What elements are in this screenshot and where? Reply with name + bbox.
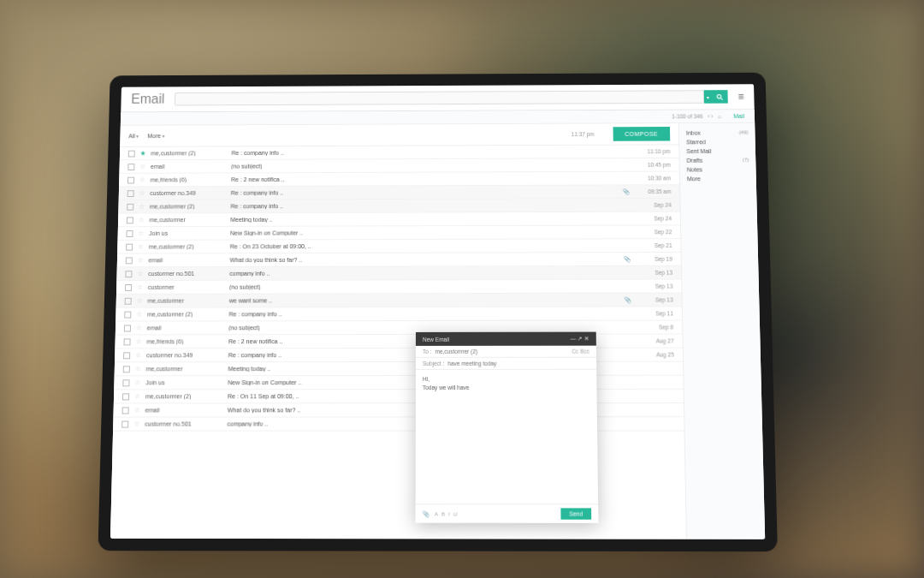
format-toolbar[interactable]: ABIU (435, 511, 457, 516)
checkbox[interactable] (123, 366, 130, 372)
checkbox[interactable] (123, 338, 130, 345)
checkbox[interactable] (127, 230, 133, 237)
star-icon[interactable]: ☆ (137, 283, 143, 291)
attach-icon[interactable]: 📎 (423, 510, 429, 517)
cc-bcc-toggle[interactable]: Cc Bcc (572, 349, 589, 355)
compose-header[interactable]: New Email — ↗ ✕ (416, 332, 596, 346)
checkbox[interactable] (126, 243, 133, 250)
sender: custormer (148, 284, 224, 290)
pagination-search-icon[interactable]: ⌕ (718, 113, 721, 119)
star-icon[interactable]: ☆ (134, 392, 140, 400)
subject: we want some .. (229, 297, 619, 304)
email-row[interactable]: ☆Join usNew Sign-in on Computer .. (114, 376, 683, 390)
compose-window-controls[interactable]: — ↗ ✕ (570, 336, 589, 343)
star-icon[interactable]: ☆ (139, 176, 145, 184)
email-row[interactable]: ☆custormer(no subject)Sep 13 (116, 280, 682, 295)
email-row[interactable]: ☆me,custormer (2)Re : On 23 October at 0… (117, 239, 680, 253)
pagination-nav[interactable]: ‹ › (708, 113, 713, 119)
send-button[interactable]: Send (560, 508, 591, 519)
star-icon[interactable]: ☆ (133, 420, 139, 428)
checkbox[interactable] (127, 176, 134, 183)
checkbox[interactable] (126, 257, 133, 264)
date: Sep 11 (637, 310, 673, 316)
star-icon[interactable]: ☆ (138, 256, 144, 264)
date: Sep 21 (636, 242, 672, 248)
checkbox[interactable] (125, 271, 132, 277)
star-icon[interactable]: ☆ (134, 406, 140, 414)
star-icon[interactable]: ☆ (136, 311, 142, 319)
email-row[interactable]: ☆me,custormerwe want some ..📎Sep 13 (116, 294, 682, 308)
email-row[interactable]: ☆me,custormerMeeting today ..Sep 24 (118, 212, 680, 228)
checkbox[interactable] (128, 150, 135, 157)
star-icon[interactable]: ☆ (139, 189, 145, 197)
email-row[interactable]: ☆Join usNew Sign-in on Computer ..Sep 22 (118, 225, 681, 241)
star-icon[interactable]: ☆ (139, 216, 145, 223)
filter-more[interactable]: More (147, 133, 164, 139)
checkbox[interactable] (122, 407, 129, 414)
sidebar-item-starred[interactable]: Starred (686, 137, 749, 146)
compose-body[interactable]: Hi, Today we will have (416, 370, 598, 504)
checkbox[interactable] (125, 297, 132, 304)
mail-link[interactable]: Mail (733, 113, 744, 119)
email-row[interactable]: ☆me,custormer (2)Re : company info ..Sep… (116, 307, 682, 321)
compose-window: New Email — ↗ ✕ To : me,custormer (2) Cc… (416, 332, 599, 523)
email-row[interactable]: ☆emailWhat do you think so far? ..📎Sep 1… (117, 253, 681, 267)
checkbox[interactable] (125, 283, 132, 290)
checkbox[interactable] (127, 217, 133, 223)
checkbox[interactable] (123, 352, 130, 359)
email-row[interactable]: ☆custormer no.501company info .. (113, 417, 684, 431)
sender: Join us (145, 379, 222, 385)
sidebar-item-more[interactable]: More (687, 174, 749, 183)
compose-button[interactable]: COMPOSE (613, 127, 670, 141)
checkbox[interactable] (124, 311, 131, 318)
star-icon[interactable]: ☆ (135, 337, 141, 345)
star-icon[interactable]: ☆ (139, 203, 145, 211)
sidebar-count: (49) (739, 130, 749, 136)
star-icon[interactable]: ☆ (138, 243, 144, 251)
compose-to-field[interactable]: To : me,custormer (2) Cc Bcc (416, 346, 596, 358)
email-row[interactable]: ☆emailWhat do you think so far? .. (113, 403, 684, 418)
sender: me,custormer (2) (147, 311, 224, 317)
body-line2: Today we will have (423, 384, 590, 393)
checkbox[interactable] (127, 203, 133, 210)
email-row[interactable]: ☆me,custormerMeeting today .. (115, 362, 684, 377)
attachment-icon: 📎 (622, 188, 630, 195)
star-icon[interactable]: ☆ (137, 297, 143, 305)
sidebar-item-drafts[interactable]: Drafts(7) (686, 156, 749, 165)
date: Sep 13 (637, 297, 672, 303)
email-row[interactable]: ☆me,friends (6)Re : 2 new notifica ..Aug… (115, 334, 682, 349)
attachment-icon: 📎 (624, 296, 631, 303)
email-row[interactable]: ☆custormer no.349Re : company info ..Aug… (115, 349, 683, 363)
search-dropdown-caret[interactable]: ▾ (704, 90, 713, 103)
subject: What do you think so far? .. (230, 256, 619, 263)
star-icon[interactable]: ☆ (136, 324, 142, 331)
star-icon[interactable]: ★ (139, 150, 145, 158)
checkbox[interactable] (122, 379, 129, 386)
star-icon[interactable]: ☆ (134, 378, 140, 386)
email-row[interactable]: ☆me,custormer (2)Re : On 11 Sep at 09:00… (114, 390, 684, 404)
star-icon[interactable]: ☆ (137, 270, 143, 277)
search-input[interactable] (175, 90, 704, 105)
date: Sep 13 (637, 270, 672, 276)
checkbox[interactable] (127, 164, 134, 170)
star-icon[interactable]: ☆ (139, 163, 145, 170)
sender: me,friends (6) (146, 338, 223, 344)
sidebar-item-sent-mail[interactable]: Sent Mail (686, 146, 749, 156)
sidebar-item-notes[interactable]: Notes (687, 164, 749, 174)
search-button[interactable] (713, 90, 728, 104)
compose-subject-field[interactable]: Subject : have meeting today (416, 358, 596, 370)
checkbox[interactable] (124, 325, 131, 331)
checkbox[interactable] (121, 420, 128, 427)
email-row[interactable]: ☆email(no subject)Sep 8 (116, 320, 683, 335)
sender: me,custormer (147, 298, 223, 304)
star-icon[interactable]: ☆ (135, 365, 141, 372)
star-icon[interactable]: ☆ (138, 229, 144, 237)
filter-all[interactable]: All (128, 133, 139, 139)
sidebar: Inbox(49)StarredSent MailDrafts(7)NotesM… (678, 123, 765, 539)
star-icon[interactable]: ☆ (135, 351, 141, 359)
email-row[interactable]: ☆custormer no.501company info ..Sep 13 (116, 266, 681, 281)
sidebar-item-inbox[interactable]: Inbox(49) (686, 128, 749, 138)
checkbox[interactable] (122, 393, 129, 400)
checkbox[interactable] (127, 190, 134, 197)
menu-icon[interactable]: ≡ (737, 91, 743, 103)
